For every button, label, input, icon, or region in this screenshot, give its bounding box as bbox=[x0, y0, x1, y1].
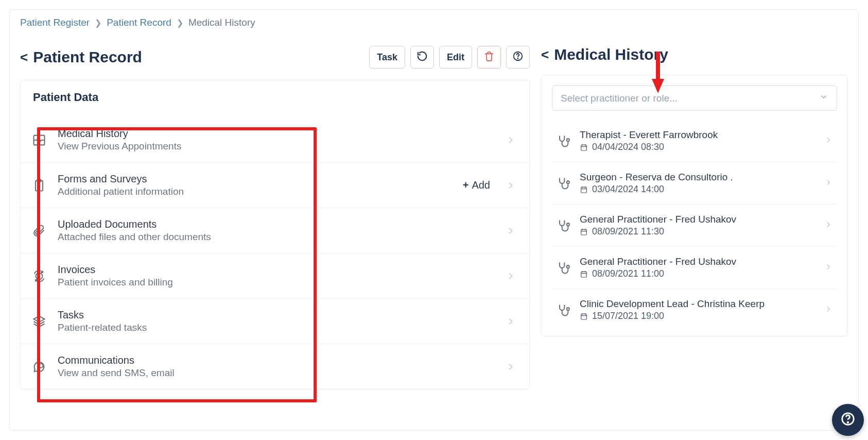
chevron-down-icon bbox=[819, 92, 828, 104]
svg-rect-12 bbox=[581, 229, 587, 235]
chevron-right-icon bbox=[506, 271, 516, 281]
stethoscope-icon bbox=[556, 303, 570, 317]
svg-point-9 bbox=[567, 181, 569, 183]
chevron-right-icon: ❯ bbox=[95, 18, 101, 28]
stethoscope-icon bbox=[556, 218, 570, 233]
item-title: Invoices bbox=[58, 264, 495, 276]
list-item-communications[interactable]: Communications View and send SMS, email bbox=[21, 344, 529, 389]
chevron-right-icon bbox=[824, 136, 833, 147]
help-button[interactable] bbox=[506, 46, 530, 69]
breadcrumb-item-1[interactable]: Patient Register bbox=[20, 17, 90, 28]
task-button[interactable]: Task bbox=[369, 46, 405, 69]
trash-icon bbox=[483, 50, 495, 64]
svg-rect-16 bbox=[581, 314, 587, 319]
page-title: Medical History bbox=[554, 46, 668, 63]
svg-point-20 bbox=[847, 422, 848, 423]
refresh-icon bbox=[416, 50, 428, 64]
calendar-icon bbox=[580, 312, 588, 320]
transfer-icon bbox=[31, 268, 47, 284]
breadcrumb: Patient Register ❯ Patient Record ❯ Medi… bbox=[10, 10, 858, 43]
history-item[interactable]: Surgeon - Reserva de Consultorio . 03/04… bbox=[552, 162, 837, 204]
history-title: General Practitioner - Fred Ushakov bbox=[580, 214, 814, 225]
svg-rect-14 bbox=[581, 272, 587, 277]
item-title: Forms and Surveys bbox=[58, 173, 453, 185]
history-date: 08/09/2021 11:30 bbox=[592, 226, 664, 237]
list-item-tasks[interactable]: Tasks Patient-related tasks bbox=[21, 298, 529, 344]
svg-point-6 bbox=[39, 363, 43, 367]
item-title: Uploaded Documents bbox=[58, 218, 495, 230]
layers-icon bbox=[31, 313, 47, 330]
breadcrumb-item-2[interactable]: Patient Record bbox=[107, 17, 171, 28]
svg-rect-10 bbox=[581, 187, 587, 193]
delete-button[interactable] bbox=[477, 46, 501, 69]
add-label: Add bbox=[472, 179, 490, 191]
edit-button[interactable]: Edit bbox=[439, 46, 472, 69]
toolbar: Task Edit bbox=[369, 46, 530, 69]
chevron-right-icon bbox=[824, 304, 833, 316]
svg-point-13 bbox=[567, 265, 569, 268]
message-icon bbox=[31, 359, 47, 375]
panel-title-right: < Medical History bbox=[541, 46, 668, 63]
history-item[interactable]: General Practitioner - Fred Ushakov 08/0… bbox=[552, 246, 837, 289]
add-button[interactable]: + Add bbox=[463, 179, 490, 191]
card-title: Patient Data bbox=[21, 80, 529, 117]
chevron-right-icon bbox=[506, 135, 516, 145]
paperclip-icon bbox=[31, 223, 47, 239]
history-title: Therapist - Everett Farrowbrook bbox=[580, 129, 814, 141]
floating-help-button[interactable] bbox=[832, 404, 864, 436]
medical-history-icon bbox=[31, 132, 47, 148]
refresh-button[interactable] bbox=[410, 46, 434, 69]
item-subtitle: Patient invoices and billing bbox=[58, 277, 495, 288]
svg-point-11 bbox=[567, 223, 569, 226]
back-caret-icon[interactable]: < bbox=[20, 49, 28, 65]
item-subtitle: View and send SMS, email bbox=[58, 367, 495, 379]
stethoscope-icon bbox=[556, 176, 570, 191]
item-title: Medical History bbox=[58, 128, 495, 140]
item-subtitle: View Previous Appointments bbox=[58, 141, 495, 152]
history-date: 04/04/2024 08:30 bbox=[592, 142, 664, 153]
history-date: 15/07/2021 19:00 bbox=[592, 311, 664, 321]
question-icon bbox=[512, 50, 524, 64]
breadcrumb-item-3[interactable]: Medical History bbox=[188, 17, 255, 28]
back-caret-icon[interactable]: < bbox=[541, 47, 549, 63]
list-item-forms-surveys[interactable]: Forms and Surveys Additional patient inf… bbox=[21, 162, 529, 208]
item-subtitle: Attached files and other documents bbox=[58, 231, 495, 243]
chevron-right-icon bbox=[506, 362, 516, 372]
calendar-icon bbox=[580, 228, 588, 236]
history-item[interactable]: Therapist - Everett Farrowbrook 04/04/20… bbox=[552, 120, 837, 162]
medical-history-card: Select practitioner or role... Therapist… bbox=[541, 75, 848, 336]
chevron-right-icon bbox=[824, 262, 833, 274]
chevron-right-icon: ❯ bbox=[177, 18, 183, 28]
history-title: Surgeon - Reserva de Consultorio . bbox=[580, 172, 814, 183]
select-placeholder: Select practitioner or role... bbox=[561, 93, 678, 104]
chevron-right-icon bbox=[824, 178, 833, 189]
plus-icon: + bbox=[463, 179, 469, 191]
list-item-invoices[interactable]: Invoices Patient invoices and billing bbox=[21, 253, 529, 298]
calendar-icon bbox=[580, 143, 588, 151]
history-date: 08/09/2021 11:00 bbox=[592, 268, 664, 279]
panel-title-left: < Patient Record bbox=[20, 48, 142, 66]
chevron-right-icon bbox=[506, 226, 516, 236]
calendar-icon bbox=[580, 270, 588, 278]
svg-point-7 bbox=[567, 139, 569, 141]
history-item[interactable]: Clinic Development Lead - Christina Keer… bbox=[552, 289, 837, 331]
history-item[interactable]: General Practitioner - Fred Ushakov 08/0… bbox=[552, 204, 837, 246]
stethoscope-icon bbox=[556, 261, 570, 275]
svg-rect-8 bbox=[581, 145, 587, 150]
practitioner-select[interactable]: Select practitioner or role... bbox=[552, 86, 837, 111]
history-date: 03/04/2024 14:00 bbox=[592, 184, 664, 195]
list-item-documents[interactable]: Uploaded Documents Attached files and ot… bbox=[21, 208, 529, 253]
clipboard-icon bbox=[31, 177, 47, 194]
question-icon bbox=[840, 411, 856, 429]
item-subtitle: Additional patient information bbox=[58, 186, 453, 197]
stethoscope-icon bbox=[556, 134, 570, 148]
item-title: Communications bbox=[58, 354, 495, 366]
list-item-medical-history[interactable]: Medical History View Previous Appointmen… bbox=[21, 117, 529, 162]
history-title: Clinic Development Lead - Christina Keer… bbox=[580, 298, 814, 310]
svg-point-15 bbox=[567, 308, 569, 310]
chevron-right-icon bbox=[506, 180, 516, 191]
svg-point-1 bbox=[517, 58, 518, 59]
item-subtitle: Patient-related tasks bbox=[58, 322, 495, 333]
item-title: Tasks bbox=[58, 309, 495, 321]
chevron-right-icon bbox=[506, 316, 516, 327]
